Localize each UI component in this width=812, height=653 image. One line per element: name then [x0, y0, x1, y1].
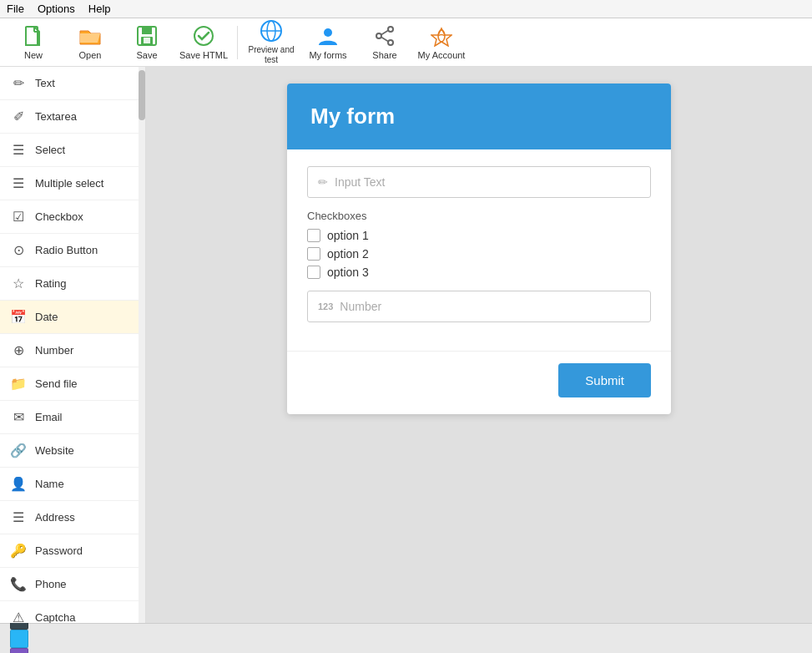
sidebar: ✏Text✐Textarea☰Select☰Multiple select☑Ch…: [0, 67, 146, 623]
checkbox-item-0[interactable]: option 1: [307, 229, 651, 242]
text-input-placeholder: Input Text: [335, 175, 385, 189]
sidebar-item-phone[interactable]: 📞Phone: [0, 568, 145, 601]
checkboxes-label: Checkboxes: [307, 210, 651, 222]
sidebar-label-text: Text: [35, 77, 55, 89]
savehtml-button[interactable]: Save HTML: [177, 21, 230, 64]
new-icon: [22, 24, 45, 48]
sidebar-label-select: Select: [35, 144, 65, 156]
savehtml-label: Save HTML: [179, 50, 228, 60]
svg-line-16: [381, 38, 388, 42]
sidebar-items: ✏Text✐Textarea☰Select☰Multiple select☑Ch…: [0, 67, 145, 623]
account-icon: [430, 24, 453, 48]
checkbox-box-0: [307, 229, 320, 242]
savehtml-icon: [192, 24, 215, 48]
sidebar-item-text[interactable]: ✏Text: [0, 67, 145, 100]
phone-icon: 📞: [10, 576, 27, 592]
sidebar-item-name[interactable]: 👤Name: [0, 468, 145, 501]
textarea-icon: ✐: [10, 109, 27, 124]
save-label: Save: [136, 50, 157, 60]
sidebar-item-select[interactable]: ☰Select: [0, 134, 145, 167]
share-icon: [373, 24, 396, 48]
sidebar-scrollbar[interactable]: [139, 67, 145, 623]
number-icon: ⊕: [10, 342, 27, 358]
checkbox-item-2[interactable]: option 3: [307, 266, 651, 279]
checkbox-label-1: option 2: [327, 247, 369, 261]
open-button[interactable]: Open: [63, 21, 117, 64]
svg-rect-4: [142, 27, 152, 34]
checkbox-box-2: [307, 266, 320, 279]
number-placeholder: Number: [340, 300, 381, 313]
sidebar-item-address[interactable]: ☰Address: [0, 501, 145, 534]
canvas-area: My form ✏ Input Text Checkboxes option 1…: [146, 67, 812, 623]
menu-help[interactable]: Help: [88, 3, 111, 15]
submit-button[interactable]: Submit: [558, 363, 651, 397]
svg-point-11: [324, 28, 332, 37]
text-icon: ✏: [10, 75, 27, 91]
sidebar-label-address: Address: [35, 511, 75, 524]
toolbar-divider: [237, 26, 238, 59]
checkbox-label-2: option 3: [327, 266, 369, 279]
svg-point-7: [194, 27, 213, 45]
menu-options[interactable]: Options: [38, 3, 75, 15]
account-button[interactable]: My Account: [415, 21, 468, 64]
svg-rect-6: [144, 38, 150, 43]
preview-button[interactable]: Preview and test: [245, 21, 298, 64]
svg-line-15: [381, 31, 388, 35]
number-input-field: 123 Number: [307, 291, 651, 322]
myforms-label: My forms: [309, 50, 346, 60]
share-button[interactable]: Share: [358, 21, 411, 64]
sidebar-item-checkbox[interactable]: ☑Checkbox: [0, 200, 145, 234]
number-input[interactable]: 123 Number: [307, 291, 651, 322]
sidebar-item-email[interactable]: ✉Email: [0, 401, 145, 434]
sidebar-item-textarea[interactable]: ✐Textarea: [0, 100, 145, 134]
text-input-field: ✏ Input Text: [307, 166, 651, 198]
sidebar-item-date[interactable]: 📅Date: [0, 301, 145, 334]
select-icon: ☰: [10, 142, 27, 158]
svg-point-13: [388, 40, 393, 45]
menu-file[interactable]: File: [7, 3, 24, 15]
form-body: ✏ Input Text Checkboxes option 1option 2…: [287, 149, 671, 351]
sidebar-label-multiselect: Multiple select: [35, 177, 103, 190]
captcha-icon: ⚠: [10, 610, 27, 623]
form-title: My form: [310, 104, 395, 129]
sidebar-item-website[interactable]: 🔗Website: [0, 434, 145, 468]
password-icon: 🔑: [10, 543, 27, 559]
sidebar-label-sendfile: Send file: [35, 377, 78, 390]
checkbox-icon: ☑: [10, 209, 27, 225]
rating-icon: ☆: [10, 276, 27, 291]
checkbox-item-1[interactable]: option 2: [307, 247, 651, 261]
myforms-button[interactable]: My forms: [301, 21, 355, 64]
form-footer: Submit: [287, 351, 671, 414]
sidebar-label-rating: Rating: [35, 277, 67, 290]
preview-label: Preview and test: [245, 45, 297, 65]
number-icon: 123: [318, 301, 333, 311]
sidebar-label-website: Website: [35, 444, 74, 457]
checkbox-options: option 1option 2option 3: [307, 229, 651, 279]
main-area: ✏Text✐Textarea☰Select☰Multiple select☑Ch…: [0, 67, 812, 623]
sidebar-item-radio[interactable]: ⊙Radio Button: [0, 234, 145, 267]
color-swatch-3[interactable]: [10, 630, 28, 648]
save-icon: [135, 24, 159, 48]
multiselect-icon: ☰: [10, 175, 27, 191]
account-label: My Account: [418, 50, 466, 60]
myforms-icon: [316, 24, 340, 48]
color-swatch-4[interactable]: [10, 648, 28, 654]
menu-bar: File Options Help: [0, 0, 812, 18]
sidebar-item-password[interactable]: 🔑Password: [0, 534, 145, 568]
sidebar-label-date: Date: [35, 311, 58, 323]
save-button[interactable]: Save: [120, 21, 174, 64]
sidebar-item-sendfile[interactable]: 📁Send file: [0, 367, 145, 401]
sidebar-item-number[interactable]: ⊕Number: [0, 334, 145, 367]
sidebar-item-rating[interactable]: ☆Rating: [0, 267, 145, 301]
svg-point-12: [388, 27, 393, 32]
sidebar-item-captcha[interactable]: ⚠Captcha: [0, 601, 145, 623]
sidebar-label-email: Email: [35, 411, 63, 423]
open-label: Open: [79, 50, 102, 60]
open-icon: [78, 24, 102, 48]
form-header: My form: [287, 84, 671, 149]
checkbox-label-0: option 1: [327, 229, 369, 242]
new-button[interactable]: New: [7, 21, 60, 64]
sidebar-item-multiselect[interactable]: ☰Multiple select: [0, 167, 145, 200]
sidebar-label-number: Number: [35, 344, 73, 357]
text-input[interactable]: ✏ Input Text: [307, 166, 651, 198]
